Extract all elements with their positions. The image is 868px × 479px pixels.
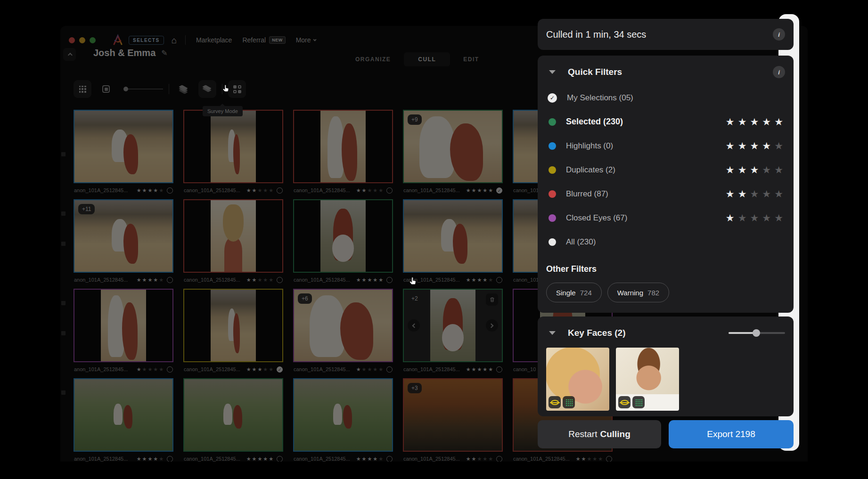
star-icon[interactable]: ★: [738, 212, 747, 224]
quick-filter-row[interactable]: Highlights (0) ★★★★★: [546, 134, 785, 158]
star-icon[interactable]: ★: [137, 366, 141, 373]
selection-marker[interactable]: [167, 456, 173, 462]
star-rating[interactable]: ★★★★★: [355, 187, 383, 194]
star-icon[interactable]: ★: [252, 366, 257, 373]
star-icon[interactable]: ★: [269, 277, 273, 283]
photo-thumbnail[interactable]: [183, 199, 283, 273]
window-controls[interactable]: [69, 37, 96, 43]
thumbnail-size-slider[interactable]: [123, 87, 163, 91]
star-icon[interactable]: ★: [159, 456, 164, 462]
selection-marker[interactable]: [277, 366, 283, 373]
star-icon[interactable]: ★: [598, 456, 603, 462]
photo-thumbnail[interactable]: [403, 199, 503, 273]
star-icon[interactable]: ★: [472, 456, 476, 462]
filter-star-rating[interactable]: ★★★★★: [722, 164, 785, 176]
star-icon[interactable]: ★: [477, 366, 482, 373]
star-icon[interactable]: ★: [356, 456, 361, 462]
home-icon[interactable]: ⌂: [172, 36, 177, 45]
star-icon[interactable]: ★: [373, 277, 377, 283]
star-icon[interactable]: ★: [576, 456, 581, 462]
star-icon[interactable]: ★: [246, 456, 251, 462]
star-icon[interactable]: ★: [153, 187, 158, 194]
star-icon[interactable]: ★: [750, 212, 759, 224]
star-rating[interactable]: ★★★★★: [136, 277, 164, 283]
star-icon[interactable]: ★: [257, 187, 262, 194]
info-icon[interactable]: [773, 28, 785, 41]
star-rating[interactable]: ★★★★★: [136, 187, 164, 194]
photo-cell[interactable]: +6 canon_101A_2512845... ★★★★★: [293, 289, 393, 373]
star-icon[interactable]: ★: [762, 188, 771, 200]
star-icon[interactable]: ★: [738, 188, 747, 200]
star-rating[interactable]: ★★★★★: [246, 187, 273, 194]
star-icon[interactable]: ★: [477, 187, 482, 194]
star-icon[interactable]: ★: [159, 366, 164, 373]
star-icon[interactable]: ★: [142, 187, 147, 194]
photo-cell[interactable]: canon_101A_2512845... ★★★★★: [183, 378, 283, 462]
star-icon[interactable]: ★: [257, 277, 262, 283]
star-icon[interactable]: ★: [466, 366, 471, 373]
info-icon[interactable]: [773, 66, 785, 78]
star-rating[interactable]: ★★★★★: [246, 277, 273, 283]
star-icon[interactable]: ★: [356, 277, 361, 283]
star-rating[interactable]: ★★★★★: [355, 456, 383, 462]
quick-filter-row[interactable]: Closed Eyes (67) ★★★★★: [546, 206, 785, 230]
star-icon[interactable]: ★: [159, 277, 164, 283]
star-icon[interactable]: ★: [362, 187, 367, 194]
photo-thumbnail[interactable]: [74, 378, 173, 452]
star-icon[interactable]: ★: [774, 164, 783, 176]
star-icon[interactable]: ★: [269, 456, 273, 462]
star-icon[interactable]: ★: [483, 277, 487, 283]
star-icon[interactable]: ★: [153, 456, 158, 462]
star-icon[interactable]: ★: [252, 277, 257, 283]
star-icon[interactable]: ★: [142, 277, 147, 283]
star-icon[interactable]: ★: [488, 187, 493, 194]
star-rating[interactable]: ★★★★★: [465, 456, 493, 462]
photo-thumbnail[interactable]: [183, 378, 283, 452]
quick-filter-row[interactable]: My Selections (05): [546, 86, 785, 110]
star-icon[interactable]: ★: [378, 366, 383, 373]
key-face-thumb[interactable]: [616, 348, 679, 411]
star-icon[interactable]: ★: [466, 187, 471, 194]
star-icon[interactable]: ★: [362, 456, 367, 462]
star-icon[interactable]: ★: [356, 187, 361, 194]
restart-culling-button[interactable]: Restart Culling: [538, 420, 661, 448]
star-icon[interactable]: ★: [142, 456, 147, 462]
star-icon[interactable]: ★: [367, 187, 372, 194]
star-icon[interactable]: ★: [252, 456, 257, 462]
star-icon[interactable]: ★: [153, 366, 158, 373]
tab-edit[interactable]: EDIT: [457, 52, 485, 66]
star-icon[interactable]: ★: [488, 277, 493, 283]
photo-thumbnail[interactable]: [293, 110, 393, 183]
photo-cell[interactable]: +2 canon_101A_2512845... ★★★★★: [403, 289, 503, 373]
selection-marker[interactable]: [277, 456, 283, 462]
star-icon[interactable]: ★: [750, 140, 759, 152]
star-icon[interactable]: ★: [726, 164, 735, 176]
photo-thumbnail[interactable]: [183, 110, 283, 183]
photo-thumbnail[interactable]: [74, 110, 173, 183]
chevron-down-icon[interactable]: [549, 70, 556, 74]
star-icon[interactable]: ★: [738, 140, 747, 152]
filter-pill-warning[interactable]: Warning 782: [607, 283, 669, 302]
star-icon[interactable]: ★: [159, 187, 164, 194]
star-icon[interactable]: ★: [762, 212, 771, 224]
photo-cell[interactable]: anon_101A_2512845... ★★★★★: [74, 289, 173, 373]
photo-thumbnail[interactable]: +2: [403, 289, 503, 362]
photo-cell[interactable]: +9 canon_101A_2512845... ★★★★★: [403, 110, 503, 194]
minimize-window-button[interactable]: [79, 37, 85, 43]
star-icon[interactable]: ★: [147, 187, 152, 194]
key-face-thumb[interactable]: [546, 348, 609, 411]
star-icon[interactable]: ★: [466, 456, 471, 462]
star-icon[interactable]: ★: [762, 140, 771, 152]
star-icon[interactable]: ★: [378, 187, 383, 194]
selection-marker[interactable]: [496, 277, 502, 283]
photo-cell[interactable]: canon_101A_2512845... ★★★★★: [293, 199, 393, 283]
star-icon[interactable]: ★: [362, 277, 367, 283]
star-icon[interactable]: ★: [367, 456, 372, 462]
nav-more[interactable]: More: [296, 36, 317, 44]
quick-filter-row[interactable]: Blurred (87) ★★★★★: [546, 182, 785, 206]
photo-thumbnail[interactable]: [74, 289, 173, 362]
selection-marker[interactable]: [277, 277, 283, 283]
star-icon[interactable]: ★: [137, 277, 141, 283]
star-icon[interactable]: ★: [257, 456, 262, 462]
star-icon[interactable]: ★: [472, 277, 476, 283]
